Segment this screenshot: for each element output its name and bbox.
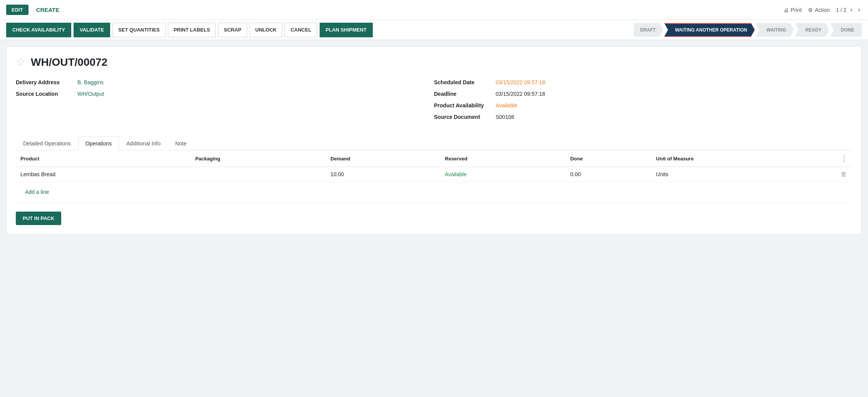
col-product: Product xyxy=(16,150,191,167)
plan-shipment-button[interactable]: PLAN SHIPMENT xyxy=(320,23,373,37)
row-packaging xyxy=(191,167,326,182)
row-unit-of-measure: Units xyxy=(652,167,836,182)
more-columns-icon[interactable]: ⋮ xyxy=(841,155,848,162)
table-row: Lembas Bread 10.00 Available 0.00 Units … xyxy=(16,167,852,182)
print-action[interactable]: 🖨 Print xyxy=(783,7,802,13)
prev-button[interactable]: ‹ xyxy=(849,6,854,14)
scheduled-date-value: 03/15/2022 09:57:18 xyxy=(496,79,545,85)
delivery-address-field: Delivery Address B. Baggins xyxy=(16,79,434,85)
pagination-text: 1 / 2 xyxy=(836,7,846,13)
document-card: ☆ WH/OUT/00072 Delivery Address B. Baggi… xyxy=(6,46,862,235)
add-line-link[interactable]: Add a line xyxy=(20,186,54,198)
operations-table: Product Packaging Demand Reserved Done U… xyxy=(16,150,852,202)
next-button[interactable]: › xyxy=(856,6,862,14)
check-availability-button[interactable]: CHECK AVAILABILITY xyxy=(6,23,71,37)
col-unit-of-measure: Unit of Measure xyxy=(652,150,836,167)
source-document-label: Source Document xyxy=(434,114,496,120)
status-pipeline: DRAFT WAITING ANOTHER OPERATION WAITING … xyxy=(634,23,862,37)
scrap-button[interactable]: SCRAP xyxy=(218,23,247,37)
cancel-button[interactable]: CANCEL xyxy=(285,23,317,37)
form-col-right: Scheduled Date 03/15/2022 09:57:18 Deadl… xyxy=(434,79,852,125)
tab-note[interactable]: Note xyxy=(168,136,194,150)
scheduled-date-label: Scheduled Date xyxy=(434,79,496,85)
pipeline-step-ready: READY xyxy=(794,23,829,37)
row-reserved: Available xyxy=(440,167,566,182)
doc-header: ☆ WH/OUT/00072 xyxy=(16,56,852,68)
col-demand: Demand xyxy=(326,150,440,167)
deadline-label: Deadline xyxy=(434,91,496,97)
tab-operations[interactable]: Operations xyxy=(78,136,119,150)
col-packaging: Packaging xyxy=(191,150,326,167)
product-availability-value: Available xyxy=(496,102,518,108)
pipeline-step-waiting: WAITING xyxy=(756,23,794,37)
deadline-field: Deadline 03/15/2022 09:57:18 xyxy=(434,91,852,97)
row-product: Lembas Bread xyxy=(16,167,191,182)
col-actions: ⋮ xyxy=(836,150,852,167)
form-fields: Delivery Address B. Baggins Source Locat… xyxy=(16,79,852,125)
delivery-address-label: Delivery Address xyxy=(16,79,77,85)
add-line-cell: Add a line xyxy=(16,182,852,202)
delete-row-icon[interactable]: 🗑 xyxy=(841,171,847,177)
pipeline-step-waiting-another: WAITING ANOTHER OPERATION xyxy=(664,23,755,37)
set-quantities-button[interactable]: SET QUANTITIES xyxy=(112,23,166,37)
main-content: ☆ WH/OUT/00072 Delivery Address B. Baggi… xyxy=(0,40,868,241)
favorite-star-icon[interactable]: ☆ xyxy=(16,56,25,68)
print-icon: 🖨 xyxy=(783,7,789,13)
top-bar: EDIT CREATE 🖨 Print ⚙ Action 1 / 2 ‹ › xyxy=(0,0,868,20)
source-document-value: S00108 xyxy=(496,114,514,120)
add-line-row: Add a line xyxy=(16,182,852,202)
put-in-pack-button[interactable]: PUT IN PACK xyxy=(16,212,61,225)
table-body: Lembas Bread 10.00 Available 0.00 Units … xyxy=(16,167,852,202)
action-menu[interactable]: ⚙ Action xyxy=(808,7,830,13)
gear-icon: ⚙ xyxy=(808,7,813,13)
create-button[interactable]: CREATE xyxy=(33,4,63,15)
print-label: Print xyxy=(791,7,802,13)
action-label: Action xyxy=(815,7,830,13)
pagination: 1 / 2 ‹ › xyxy=(836,6,862,14)
product-availability-label: Product Availability xyxy=(434,102,496,108)
print-labels-button[interactable]: PRINT LABELS xyxy=(168,23,216,37)
source-location-field: Source Location WH/Output xyxy=(16,91,434,97)
col-done: Done xyxy=(566,150,652,167)
pipeline-step-done: DONE xyxy=(830,23,862,37)
tabs: Detailed Operations Operations Additiona… xyxy=(16,136,852,150)
validate-button[interactable]: VALIDATE xyxy=(74,23,110,37)
source-location-value[interactable]: WH/Output xyxy=(77,91,104,97)
table-header-row: Product Packaging Demand Reserved Done U… xyxy=(16,150,852,167)
table-header: Product Packaging Demand Reserved Done U… xyxy=(16,150,852,167)
row-done: 0.00 xyxy=(566,167,652,182)
row-delete-cell: 🗑 xyxy=(836,167,852,182)
unlock-button[interactable]: UNLOCK xyxy=(250,23,283,37)
tab-additional-info[interactable]: Additional Info xyxy=(119,136,168,150)
source-location-label: Source Location xyxy=(16,91,77,97)
deadline-value: 03/15/2022 09:57:18 xyxy=(496,91,545,97)
form-col-left: Delivery Address B. Baggins Source Locat… xyxy=(16,79,434,125)
delivery-address-value[interactable]: B. Baggins xyxy=(77,79,104,85)
action-bar: CHECK AVAILABILITY VALIDATE SET QUANTITI… xyxy=(0,20,868,40)
scheduled-date-field: Scheduled Date 03/15/2022 09:57:18 xyxy=(434,79,852,85)
edit-button[interactable]: EDIT xyxy=(6,5,28,15)
product-availability-field: Product Availability Available xyxy=(434,102,852,108)
source-document-field: Source Document S00108 xyxy=(434,114,852,120)
pipeline-step-draft: DRAFT xyxy=(634,23,664,37)
tab-detailed-operations[interactable]: Detailed Operations xyxy=(16,136,78,150)
col-reserved: Reserved xyxy=(440,150,566,167)
top-bar-actions: 🖨 Print ⚙ Action 1 / 2 ‹ › xyxy=(783,6,862,14)
row-demand: 10.00 xyxy=(326,167,440,182)
document-title: WH/OUT/00072 xyxy=(31,56,107,68)
